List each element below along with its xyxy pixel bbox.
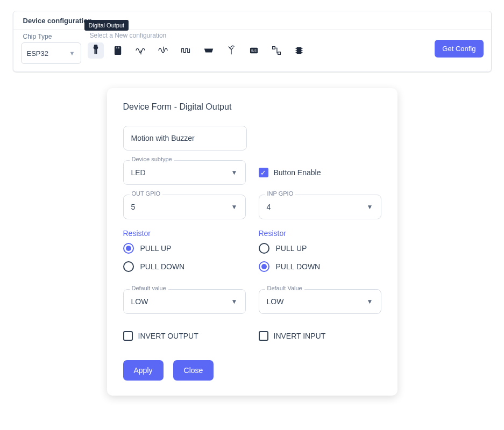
svg-rect-7 — [278, 52, 280, 55]
select-config-label: Select a New configuration — [90, 32, 167, 39]
out-gpio-value: 5 — [131, 203, 136, 211]
svg-point-3 — [210, 50, 210, 51]
out-gpio-select[interactable]: 5 ▼ — [123, 195, 246, 219]
chip-type-value: ESP32 — [27, 49, 48, 58]
radio-icon — [259, 243, 269, 254]
chip-type-select[interactable]: ESP32 ▼ — [21, 42, 81, 64]
default-right-value: LOW — [267, 297, 284, 306]
default-right-label: Default Value — [265, 285, 304, 291]
svg-rect-6 — [272, 47, 275, 49]
close-button[interactable]: Close — [173, 360, 214, 381]
analog-input-icon[interactable] — [155, 42, 172, 59]
resistor-right-label: Resistor — [259, 229, 381, 238]
device-subtype-label: Device subtype — [130, 156, 174, 162]
apply-button[interactable]: Apply — [123, 360, 164, 381]
resistor-right-pullup[interactable]: PULL UP — [259, 243, 381, 254]
device-subtype-field: Device subtype LED ▼ — [123, 160, 246, 185]
network-icon[interactable] — [268, 42, 285, 59]
device-subtype-value: LED — [131, 168, 146, 177]
invert-output-checkbox[interactable]: ✓ — [123, 331, 133, 341]
inp-gpio-select[interactable]: 4 ▼ — [259, 195, 381, 219]
device-form-modal: Device Form - Digital Output Device subt… — [107, 88, 397, 396]
resistor-right-column: Resistor PULL UP PULL DOWN — [259, 229, 381, 280]
resistor-left-label: Resistor — [123, 229, 246, 238]
inp-gpio-label: INP GPIO — [265, 190, 296, 197]
inp-gpio-field: INP GPIO 4 ▼ — [259, 195, 381, 219]
radio-icon — [259, 261, 269, 272]
invert-input-label: INVERT INPUT — [274, 332, 326, 340]
default-left-value: LOW — [131, 297, 148, 306]
pull-up-label: PULL UP — [140, 244, 172, 253]
chip-type-field: Chip Type ESP32 ▼ — [21, 33, 81, 64]
antenna-icon[interactable] — [223, 42, 239, 59]
svg-rect-0 — [115, 47, 120, 55]
pull-down-label: PULL DOWN — [276, 262, 321, 271]
pwm-icon[interactable] — [178, 42, 194, 59]
default-right-field: Default Value LOW ▼ — [259, 289, 381, 314]
resistor-left-column: Resistor PULL UP PULL DOWN — [123, 229, 246, 280]
pull-down-label: PULL DOWN — [140, 262, 185, 271]
chevron-down-icon: ▼ — [231, 203, 238, 211]
resistor-left-pulldown[interactable]: PULL DOWN — [123, 261, 246, 272]
config-icon-bar: Select a New configuration Digital Outpu… — [88, 33, 429, 59]
invert-input-row: ✓ INVERT INPUT — [259, 324, 381, 348]
invert-output-label: INVERT OUTPUT — [138, 332, 198, 340]
button-enable-row: ✓ Button Enable — [259, 160, 381, 185]
default-left-select[interactable]: LOW ▼ — [123, 289, 246, 314]
svg-point-2 — [208, 50, 209, 51]
device-subtype-select[interactable]: LED ▼ — [123, 160, 246, 185]
bus-icon[interactable]: BUS — [246, 42, 262, 59]
chevron-down-icon: ▼ — [367, 203, 373, 211]
svg-point-1 — [207, 50, 207, 51]
get-config-button[interactable]: Get Config — [435, 40, 483, 58]
chevron-down-icon: ▼ — [231, 298, 238, 305]
resistor-right-pulldown[interactable]: PULL DOWN — [259, 261, 381, 272]
modal-title: Device Form - Digital Output — [123, 102, 381, 112]
svg-rect-8 — [297, 48, 301, 54]
radio-icon — [123, 243, 134, 254]
analog-output-icon[interactable] — [133, 42, 149, 59]
default-right-select[interactable]: LOW ▼ — [259, 289, 381, 314]
chevron-down-icon: ▼ — [367, 298, 373, 305]
chip-icon[interactable] — [291, 42, 307, 59]
button-enable-label: Button Enable — [274, 168, 321, 177]
digital-output-icon[interactable] — [88, 42, 104, 59]
button-enable-checkbox[interactable]: ✓ — [259, 168, 268, 177]
chevron-down-icon: ▼ — [69, 50, 75, 56]
device-name-input[interactable] — [123, 126, 247, 150]
device-config-card: Device configuration Chip Type ESP32 ▼ S… — [13, 11, 492, 72]
serial-icon[interactable] — [201, 42, 217, 59]
digital-input-icon[interactable] — [110, 42, 126, 59]
pull-up-label: PULL UP — [276, 244, 307, 253]
default-left-field: Default value LOW ▼ — [123, 289, 246, 314]
out-gpio-label: OUT GPIO — [130, 190, 163, 197]
resistor-left-pullup[interactable]: PULL UP — [123, 243, 246, 254]
radio-icon — [123, 261, 134, 272]
chip-type-label: Chip Type — [21, 33, 81, 40]
default-left-label: Default value — [130, 285, 168, 291]
invert-input-checkbox[interactable]: ✓ — [259, 331, 268, 341]
chevron-down-icon: ▼ — [231, 169, 238, 176]
out-gpio-field: OUT GPIO 5 ▼ — [123, 195, 246, 219]
inp-gpio-value: 4 — [267, 203, 271, 211]
invert-output-row: ✓ INVERT OUTPUT — [123, 324, 246, 348]
tooltip: Digital Output — [84, 20, 129, 31]
svg-text:BUS: BUS — [251, 49, 256, 52]
